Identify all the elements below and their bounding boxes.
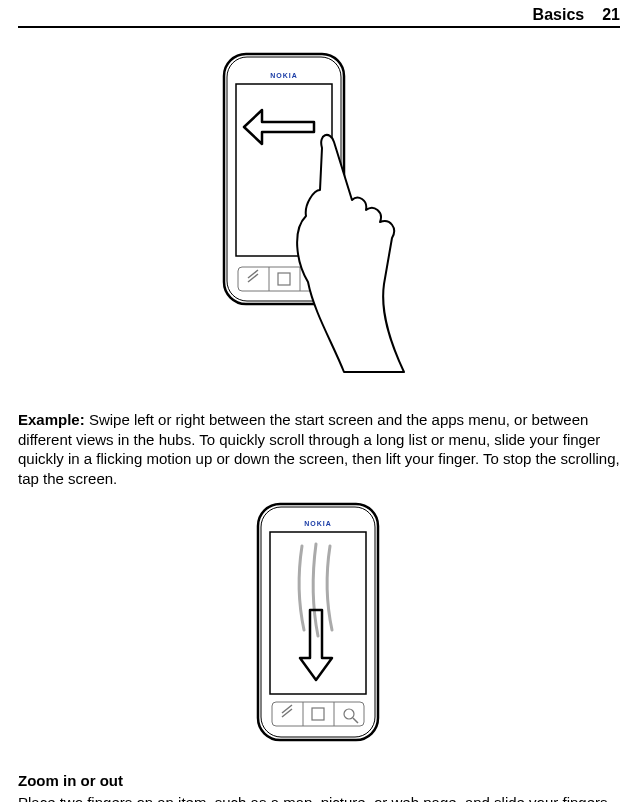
example-paragraph: Example: Swipe left or right between the… (18, 410, 620, 488)
example-label: Example: (18, 411, 85, 428)
brand-label: NOKIA (270, 72, 298, 79)
page-number: 21 (602, 6, 620, 24)
page: Basics 21 NOKIA (0, 0, 638, 802)
brand-label: NOKIA (304, 520, 332, 527)
chapter-title: Basics (533, 6, 585, 24)
example-text: Swipe left or right between the start sc… (18, 411, 620, 487)
zoom-text: Place two fingers on an item, such as a … (18, 793, 620, 802)
illustration-swipe: NOKIA (18, 52, 620, 382)
zoom-heading: Zoom in or out (18, 772, 620, 789)
phone-flick-svg: NOKIA (244, 502, 394, 744)
page-header: Basics 21 (18, 6, 620, 28)
phone-swipe-svg: NOKIA (214, 52, 424, 382)
illustration-flick: NOKIA (18, 502, 620, 744)
svg-rect-9 (270, 532, 366, 694)
